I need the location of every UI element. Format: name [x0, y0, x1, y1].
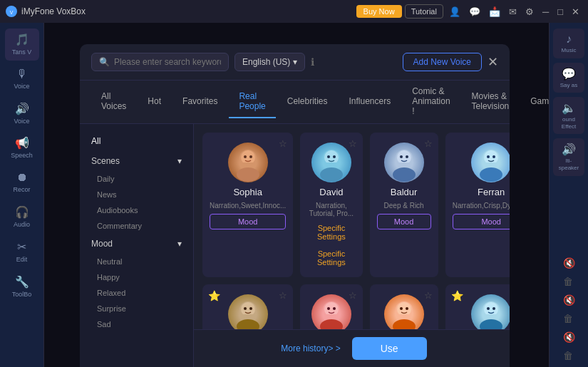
mood-button-sophia[interactable]: Mood	[210, 214, 286, 229]
search-box[interactable]: 🔍	[91, 53, 229, 71]
filter-news[interactable]: News	[80, 187, 193, 202]
tutorial-button[interactable]: Tutorial	[405, 4, 443, 19]
tab-real-people[interactable]: Real People	[229, 86, 275, 118]
tab-celebrities[interactable]: Celebrities	[277, 91, 338, 113]
sidebar-item-record[interactable]: ⏺ Recor	[5, 167, 39, 198]
sidebar-item-edit[interactable]: ✂ Edit	[5, 236, 39, 268]
filter-happy[interactable]: Happy	[80, 269, 193, 285]
voice-card-barbara[interactable]: ☆ Barbara Narration,Calm Specific Settin…	[300, 284, 362, 329]
voice-card-alexandra[interactable]: ☆ Alexandra Narration,Velvety smo... Moo…	[370, 284, 438, 329]
filter-all[interactable]: All	[80, 131, 193, 151]
tab-games[interactable]: Games	[520, 91, 549, 113]
right-card-music[interactable]: ♪ Music	[553, 29, 584, 58]
toolbox-icon: 🔧	[15, 275, 29, 289]
add-voice-button[interactable]: Add New Voice	[403, 53, 482, 71]
specific-button-david[interactable]: Specific Settings	[307, 222, 355, 243]
filter-daily[interactable]: Daily	[80, 171, 193, 187]
right-card-music-label: Music	[562, 47, 577, 54]
favorite-brian-icon[interactable]: ☆	[279, 290, 287, 301]
tab-favorites[interactable]: Favorites	[172, 91, 227, 113]
tab-hot[interactable]: Hot	[138, 91, 171, 113]
delete3-icon[interactable]: 🗑	[563, 350, 575, 361]
sidebar-item-tansv[interactable]: 🎵 Tans V	[5, 29, 39, 61]
modal-close-button[interactable]: ✕	[488, 54, 498, 70]
right-card-sayas[interactable]: 💬 Say as	[553, 63, 584, 93]
filter-neutral[interactable]: Neutral	[80, 254, 193, 269]
message-icon[interactable]: 📩	[486, 6, 503, 17]
music-icon: ♪	[566, 33, 572, 46]
minimize-icon[interactable]: ─	[540, 6, 552, 17]
sidebar-item-voice1[interactable]: 🎙 Voice	[5, 63, 39, 95]
avatar-daisy	[471, 294, 510, 329]
search-input[interactable]	[114, 57, 221, 67]
svg-point-11	[333, 155, 336, 158]
voice-card-ferran[interactable]: ☆ Ferran Narration,Crisp,Dynamic Mood	[445, 133, 510, 277]
tab-influencers[interactable]: Influencers	[339, 91, 401, 113]
favorite-alexandra-icon[interactable]: ☆	[424, 290, 433, 301]
filter-mood-group[interactable]: Mood ▾	[80, 234, 193, 254]
right-icon-row: 🔇 🗑 🔇 🗑 🔇 🗑	[563, 257, 575, 361]
delete2-icon[interactable]: 🗑	[563, 313, 575, 324]
right-panel: ♪ Music 💬 Say as 🔈 ound Effect 🔊 lti-spe…	[549, 23, 588, 367]
tab-movies-television[interactable]: Movies & Television	[462, 86, 520, 118]
svg-point-33	[393, 319, 416, 329]
edit-icon: ✂	[17, 240, 26, 254]
more-history-link[interactable]: More history> >	[277, 339, 344, 358]
filter-scenes-group[interactable]: Scenes ▾	[80, 151, 193, 171]
favorite-david-icon[interactable]: ☆	[349, 138, 357, 149]
chat-icon[interactable]: 💬	[466, 6, 483, 17]
language-select[interactable]: English (US) ▾	[234, 53, 305, 71]
voice-desc-sophia: Narration,Sweet,Innoc...	[210, 202, 286, 210]
filter-commentary[interactable]: Commentary	[80, 218, 193, 234]
tab-comic-animation[interactable]: Comic & Animation !	[402, 81, 460, 123]
modal-footer: More history> > Use	[194, 329, 510, 367]
sidebar-label-voice2: Voice	[14, 118, 29, 125]
use-button[interactable]: Use	[352, 337, 427, 360]
filter-surprise[interactable]: Surprise	[80, 301, 193, 316]
svg-point-20	[487, 155, 490, 158]
sidebar-item-audio[interactable]: 🎧 Audio	[5, 201, 39, 233]
voice-card-brian[interactable]: ⭐ ☆ Brian News Ultra-realistic	[202, 284, 293, 329]
content-area: 🔍 English (US) ▾ ℹ Add New Voice ✕ All V…	[44, 23, 549, 367]
settings-icon[interactable]: ⚙	[522, 6, 537, 17]
maximize-icon[interactable]: □	[555, 6, 566, 17]
buy-now-button[interactable]: Buy Now	[356, 5, 402, 18]
info-icon[interactable]: ℹ	[311, 56, 314, 68]
user-icon[interactable]: 👤	[446, 6, 463, 17]
filter-sad[interactable]: Sad	[80, 316, 193, 332]
voice-card-david[interactable]: ☆ David Narration, Tutorial, Pro... Spec…	[300, 133, 362, 277]
volume3-icon[interactable]: 🔇	[563, 331, 575, 343]
delete1-icon[interactable]: 🗑	[563, 276, 575, 287]
filter-relaxed[interactable]: Relaxed	[80, 285, 193, 301]
filter-sidebar: All Scenes ▾ Daily News Audiobooks Comme…	[80, 124, 194, 367]
volume2-icon[interactable]: 🔇	[563, 294, 575, 306]
favorite-baldur-icon[interactable]: ☆	[424, 138, 433, 149]
specific-button2-david[interactable]: Specific Settings	[307, 247, 355, 269]
tab-all-voices[interactable]: All Voices	[91, 86, 136, 118]
mood-button-baldur[interactable]: Mood	[377, 214, 431, 229]
sidebar-label-toolbox: ToolBo	[12, 291, 32, 299]
voice-card-sophia[interactable]: ☆ Sophia Narration,Sweet,Innoc... Mood	[202, 133, 293, 277]
filter-audiobooks[interactable]: Audiobooks	[80, 202, 193, 218]
speech-icon: 📢	[15, 136, 29, 150]
mood-button-ferran[interactable]: Mood	[453, 214, 510, 229]
volume-icon[interactable]: 🔇	[563, 257, 575, 269]
close-icon[interactable]: ✕	[569, 6, 582, 17]
favorite-barbara-icon[interactable]: ☆	[349, 290, 357, 301]
sidebar-item-voice2[interactable]: 🔊 Voice	[5, 98, 39, 130]
email-icon[interactable]: ✉	[506, 6, 520, 17]
voice-card-baldur[interactable]: ☆ Baldur Deep & Rich Mood	[370, 133, 438, 277]
voice-grid: ☆ Sophia Narration,Sweet,Innoc... Mood ☆	[194, 124, 510, 329]
right-card-sound-effect[interactable]: 🔈 ound Effect	[553, 97, 584, 134]
sidebar-item-speech[interactable]: 📢 Speech	[5, 132, 39, 164]
voice-name-david: David	[319, 187, 343, 197]
right-card-sound-label: ound Effect	[556, 116, 582, 130]
voice-card-daisy[interactable]: ⭐ ☆ Daisy E-book Ultra-realistic	[445, 284, 510, 329]
app-title: iMyFone VoxBox	[21, 6, 86, 16]
right-card-sayas-label: Say as	[560, 82, 577, 89]
svg-point-28	[320, 319, 343, 329]
right-card-multispeaker[interactable]: 🔊 lti-speaker	[553, 138, 584, 175]
favorite-sophia-icon[interactable]: ☆	[279, 138, 287, 149]
sidebar-item-toolbox[interactable]: 🔧 ToolBo	[5, 271, 39, 303]
svg-point-36	[406, 307, 408, 310]
